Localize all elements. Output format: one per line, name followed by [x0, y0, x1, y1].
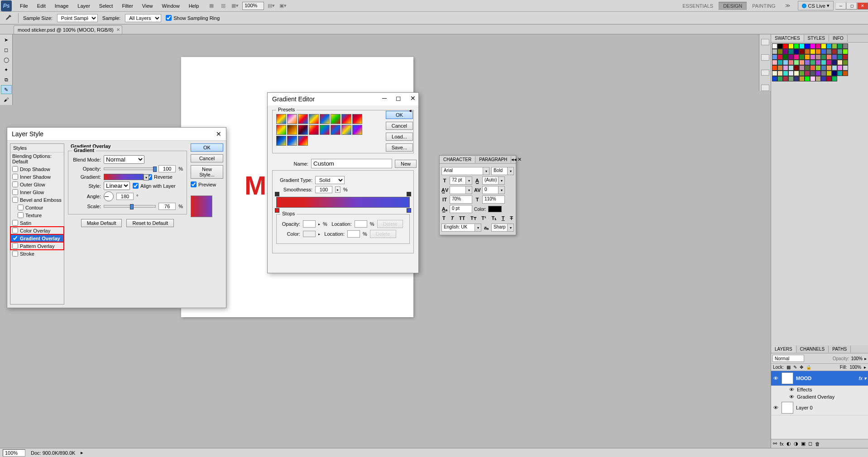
visibility-eye-icon[interactable]: 👁 — [772, 376, 779, 381]
swatch[interactable] — [783, 76, 788, 81]
smoothness-input[interactable] — [315, 186, 332, 193]
angle-input[interactable] — [116, 193, 134, 200]
swatch[interactable] — [826, 60, 832, 65]
swatch[interactable] — [815, 54, 821, 60]
presets-menu-icon[interactable]: ◂ — [409, 108, 412, 114]
swatch[interactable] — [837, 65, 843, 71]
link-layers-icon[interactable]: ⚯ — [773, 441, 777, 447]
align-layer-checkbox[interactable]: Align with Layer — [133, 183, 176, 189]
angle-dial[interactable] — [104, 191, 114, 201]
gradient-editor-close-icon[interactable]: ✕ — [410, 95, 416, 102]
swatch[interactable] — [843, 54, 848, 60]
swatch[interactable] — [777, 49, 783, 54]
swatch[interactable] — [826, 65, 832, 71]
close-tab-icon[interactable]: ✕ — [116, 27, 120, 32]
new-style-button[interactable]: New Style... — [191, 165, 223, 179]
paragraph-tab[interactable]: PARAGRAPH — [475, 156, 511, 163]
swatch[interactable] — [826, 76, 832, 81]
opacity-stop-left[interactable] — [275, 192, 279, 196]
window-maximize-button[interactable]: ◻ — [846, 2, 857, 10]
view-extras-icon[interactable]: ▦▾ — [230, 1, 240, 10]
style-inner-glow[interactable]: Inner Glow — [10, 188, 64, 196]
gradient-preset[interactable] — [331, 125, 340, 135]
adjustments-panel-icon[interactable] — [761, 85, 769, 91]
stop-location-input[interactable] — [355, 220, 367, 228]
gradient-preset[interactable] — [298, 136, 308, 146]
swatch[interactable] — [783, 71, 788, 76]
layer-style-cancel-button[interactable]: Cancel — [191, 154, 223, 162]
swatch[interactable] — [788, 65, 794, 71]
lock-position-icon[interactable]: ✥ — [800, 365, 803, 370]
layer-style-close-icon[interactable]: ✕ — [216, 130, 221, 138]
document-tab[interactable]: mood sticker.psd @ 100% (MOOD, RGB/8) ✕ — [14, 25, 122, 34]
underline-button[interactable]: T — [502, 215, 505, 221]
stop-color-location-input[interactable] — [347, 230, 360, 238]
style-texture[interactable]: Texture — [10, 211, 64, 219]
workspace-design[interactable]: DESIGN — [719, 2, 747, 10]
layers-tab[interactable]: LAYERS — [771, 346, 796, 352]
swatch[interactable] — [783, 60, 788, 65]
swatch[interactable] — [777, 71, 783, 76]
swatch[interactable] — [783, 43, 788, 49]
styles-header[interactable]: Styles — [10, 144, 64, 152]
screen-mode-icon[interactable]: ▣▾ — [278, 1, 288, 10]
gradient-name-input[interactable] — [311, 159, 392, 168]
menu-window[interactable]: Window — [158, 1, 184, 10]
gradient-preset[interactable] — [331, 114, 340, 124]
swatch[interactable] — [805, 65, 810, 71]
swatch[interactable] — [843, 60, 848, 65]
gradient-preset[interactable] — [276, 125, 286, 135]
swatch[interactable] — [826, 49, 832, 54]
delete-layer-icon[interactable]: 🗑 — [815, 441, 820, 447]
gradient-preset[interactable] — [341, 114, 351, 124]
style-drop-shadow[interactable]: Drop Shadow — [10, 165, 64, 173]
blend-mode-select[interactable]: Normal — [104, 155, 144, 164]
font-weight-select[interactable]: Bold▾ — [491, 167, 514, 175]
info-tab[interactable]: INFO — [829, 35, 848, 42]
swatch[interactable] — [805, 49, 810, 54]
layer-name[interactable]: MOOD — [796, 376, 811, 381]
vertical-scale-input[interactable]: 70% — [450, 195, 472, 204]
styles-tab[interactable]: STYLES — [804, 35, 829, 42]
smoothness-dropdown-icon[interactable]: ▸ — [335, 186, 340, 193]
style-bevel-emboss[interactable]: Bevel and Emboss — [10, 196, 64, 204]
delete-color-stop-button[interactable]: Delete — [370, 230, 396, 238]
swatch[interactable] — [821, 49, 826, 54]
menu-edit[interactable]: Edit — [33, 1, 50, 10]
swatch[interactable] — [832, 71, 837, 76]
swatch[interactable] — [777, 60, 783, 65]
swatch[interactable] — [821, 71, 826, 76]
swatch[interactable] — [799, 71, 805, 76]
swatch[interactable] — [832, 76, 837, 81]
style-outer-glow[interactable]: Outer Glow — [10, 181, 64, 188]
swatch[interactable] — [794, 65, 799, 71]
text-color-swatch[interactable] — [488, 206, 502, 212]
current-tool-icon[interactable] — [3, 14, 14, 23]
swatch[interactable] — [843, 65, 848, 71]
layer-name[interactable]: Layer 0 — [796, 405, 813, 410]
add-style-icon[interactable]: fx — [780, 441, 784, 447]
swatch[interactable] — [815, 49, 821, 54]
gradient-preset[interactable] — [287, 125, 297, 135]
scale-input[interactable] — [158, 203, 176, 210]
swatch[interactable] — [772, 65, 777, 71]
preview-checkbox[interactable]: Preview — [191, 181, 223, 187]
swatch[interactable] — [772, 60, 777, 65]
menu-image[interactable]: Image — [50, 1, 73, 10]
faux-italic-button[interactable]: T — [451, 215, 454, 221]
subscript-button[interactable]: T₁ — [491, 215, 496, 221]
stop-color-swatch[interactable] — [303, 231, 316, 237]
swatch[interactable] — [772, 49, 777, 54]
font-family-select[interactable]: Arial▾ — [441, 167, 489, 175]
swatch[interactable] — [843, 71, 848, 76]
gradient-preset[interactable] — [298, 114, 308, 124]
panel-collapse-icon[interactable]: ◂◂ — [511, 157, 517, 162]
swatch[interactable] — [821, 76, 826, 81]
swatches-tab[interactable]: SWATCHES — [771, 35, 804, 42]
kerning-select[interactable]: ▾ — [450, 186, 472, 194]
swatch[interactable] — [805, 60, 810, 65]
new-adjustment-icon[interactable]: ◑ — [794, 441, 798, 447]
swatch[interactable] — [837, 71, 843, 76]
gradient-new-button[interactable]: New — [395, 160, 417, 168]
swatch[interactable] — [821, 60, 826, 65]
